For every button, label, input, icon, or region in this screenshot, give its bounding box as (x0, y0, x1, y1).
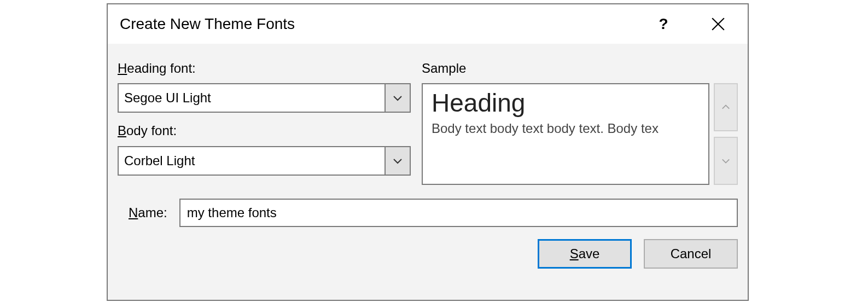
heading-font-value: Segoe UI Light (119, 84, 385, 112)
sample-heading-text: Heading (432, 89, 700, 118)
dialog-title: Create New Theme Fonts (120, 15, 625, 33)
body-font-label: Body font: (118, 124, 411, 138)
theme-fonts-dialog: Create New Theme Fonts ? Heading font: S… (107, 3, 749, 301)
chevron-down-icon (393, 158, 403, 164)
cancel-button[interactable]: Cancel (644, 239, 738, 269)
help-icon: ? (659, 15, 668, 33)
heading-font-dropdown-button[interactable] (385, 84, 410, 112)
body-font-dropdown-button[interactable] (385, 147, 410, 175)
sample-scroll-up[interactable] (714, 83, 738, 131)
name-label: Name: (129, 205, 167, 220)
sample-scroll-down[interactable] (714, 137, 738, 185)
sample-body-text: Body text body text body text. Body tex (432, 121, 700, 136)
body-font-combo[interactable]: Corbel Light (118, 146, 411, 176)
close-button[interactable] (702, 8, 735, 40)
heading-font-label: Heading font: (118, 61, 411, 75)
chevron-down-icon (721, 158, 730, 164)
heading-font-combo[interactable]: Segoe UI Light (118, 83, 411, 113)
chevron-down-icon (393, 95, 403, 101)
titlebar: Create New Theme Fonts ? (108, 4, 748, 44)
save-button[interactable]: Save (538, 239, 632, 269)
help-button[interactable]: ? (647, 8, 680, 40)
close-icon (711, 17, 725, 31)
chevron-up-icon (721, 104, 730, 111)
name-input[interactable] (179, 199, 738, 227)
sample-preview: Heading Body text body text body text. B… (422, 83, 709, 185)
sample-label: Sample (422, 61, 738, 75)
dialog-body: Heading font: Segoe UI Light Body font: … (108, 44, 748, 300)
sample-scroll (714, 83, 738, 185)
body-font-value: Corbel Light (119, 147, 385, 175)
